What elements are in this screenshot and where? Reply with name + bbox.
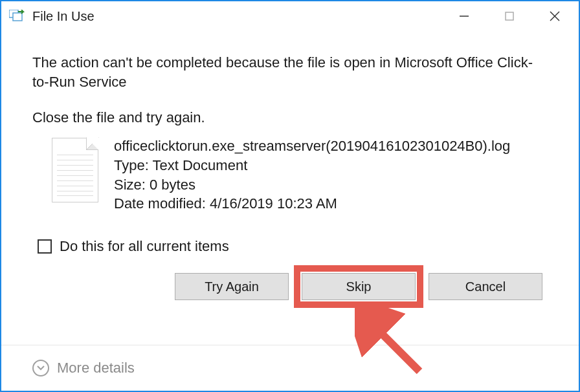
chevron-down-icon[interactable] [32,360,49,376]
maximize-button[interactable] [487,2,532,30]
file-details: officeclicktorun.exe_streamserver(201904… [114,136,510,213]
button-row: Try Again Skip Cancel [32,273,548,300]
minimize-button[interactable] [441,2,487,30]
window-controls [441,2,577,30]
file-size: Size: 0 bytes [114,175,510,195]
close-button[interactable] [532,2,577,30]
checkbox-label: Do this for all current items [60,238,229,255]
window-title: File In Use [32,9,441,24]
dialog-footer: More details [1,345,579,391]
checkbox-row: Do this for all current items [38,238,548,255]
more-details-link[interactable]: More details [57,360,135,376]
dialog-window: File In Use The action can't be complete… [0,0,580,392]
instruction-text: Close the file and try again. [32,109,548,126]
cancel-button[interactable]: Cancel [429,273,542,300]
file-type: Type: Text Document [114,156,510,175]
app-icon [9,10,26,23]
file-modified: Date modified: 4/16/2019 10:23 AM [114,194,510,213]
svg-rect-3 [506,12,513,20]
message-text: The action can't be completed because th… [32,53,548,91]
file-name: officeclicktorun.exe_streamserver(201904… [114,136,510,156]
skip-button[interactable]: Skip [302,273,416,300]
do-for-all-checkbox[interactable] [38,239,52,254]
file-info-row: officeclicktorun.exe_streamserver(201904… [52,136,548,213]
svg-rect-1 [13,13,22,21]
dialog-content: The action can't be completed because th… [1,31,579,345]
try-again-button[interactable]: Try Again [175,273,289,300]
titlebar[interactable]: File In Use [1,1,579,31]
document-icon [52,138,98,202]
